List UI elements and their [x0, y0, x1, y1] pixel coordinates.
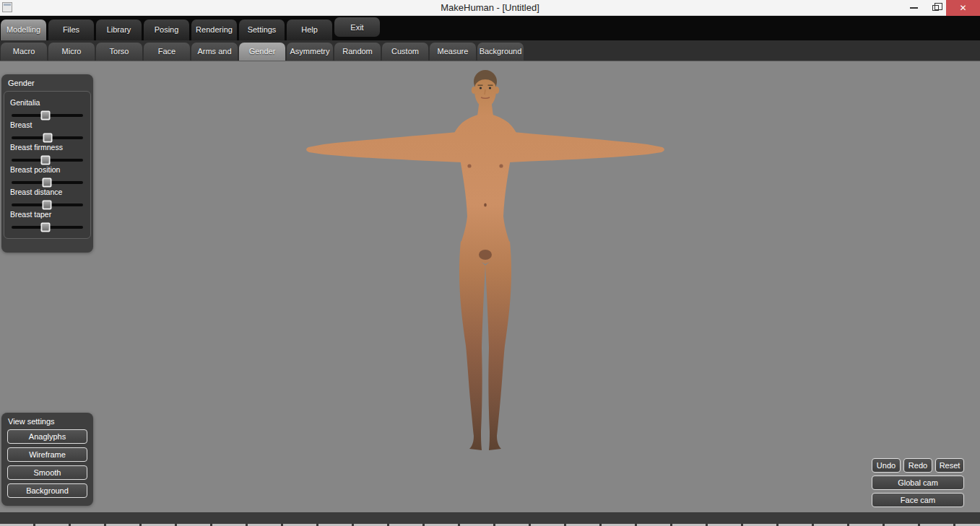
slider-breast: Breast: [10, 120, 84, 139]
face-cam-button[interactable]: Face cam: [872, 493, 964, 507]
gender-sliders-group: Genitalia Breast Breast firmness: [4, 91, 91, 239]
slider-breast-firmness: Breast firmness: [10, 143, 84, 162]
restore-icon: [932, 5, 939, 11]
category-tab-macro[interactable]: Macro: [1, 43, 47, 61]
category-tab-torso[interactable]: Torso: [96, 43, 142, 61]
titlebar: MakeHuman - [Untitled] ✕: [0, 0, 980, 16]
slider-track-breast-position[interactable]: [12, 181, 83, 184]
menu-tab-posing[interactable]: Posing: [144, 19, 189, 40]
slider-genitalia: Genitalia: [10, 98, 84, 117]
slider-breast-taper: Breast taper: [10, 210, 84, 229]
slider-label-breast-firmness: Breast firmness: [10, 143, 84, 152]
category-tab-face[interactable]: Face: [144, 43, 190, 61]
slider-track-breast-taper[interactable]: [12, 226, 83, 229]
background-button[interactable]: Background: [7, 483, 87, 498]
category-tab-random[interactable]: Random: [334, 43, 381, 61]
slider-label-breast: Breast: [10, 120, 84, 129]
makehuman-window: MakeHuman - [Untitled] ✕ Modelling Files…: [0, 0, 980, 526]
global-cam-button[interactable]: Global cam: [872, 475, 964, 490]
main-menu-tabbar: Modelling Files Library Posing Rendering…: [0, 16, 980, 40]
viewport-3d[interactable]: Gender Genitalia Breast Breast firmness: [0, 62, 980, 512]
wireframe-button[interactable]: Wireframe: [7, 447, 87, 462]
gender-panel: Gender Genitalia Breast Breast firmness: [1, 74, 93, 253]
undo-button[interactable]: Undo: [872, 458, 901, 473]
view-settings-title: View settings: [1, 413, 93, 429]
slider-track-breast-distance[interactable]: [12, 203, 83, 206]
slider-handle-genitalia[interactable]: [40, 111, 50, 120]
smooth-button[interactable]: Smooth: [7, 465, 87, 480]
close-button[interactable]: ✕: [946, 0, 980, 16]
slider-breast-distance: Breast distance: [10, 188, 84, 206]
minimize-icon: [910, 7, 918, 9]
history-button-row: Undo Redo Reset: [872, 458, 964, 473]
restore-button[interactable]: [924, 0, 946, 16]
minimize-button[interactable]: [903, 0, 924, 16]
slider-breast-position: Breast position: [10, 165, 84, 184]
category-tab-arms-and-legs[interactable]: Arms and Legs: [191, 43, 238, 61]
menu-tab-modelling[interactable]: Modelling: [1, 19, 46, 40]
menu-tab-library[interactable]: Library: [96, 19, 142, 40]
window-title: MakeHuman - [Untitled]: [0, 0, 980, 16]
slider-handle-breast-firmness[interactable]: [40, 156, 50, 165]
anaglyphs-button[interactable]: Anaglyphs: [7, 429, 87, 444]
slider-handle-breast-distance[interactable]: [42, 201, 51, 210]
slider-label-breast-position: Breast position: [10, 165, 84, 174]
menu-tab-settings[interactable]: Settings: [239, 19, 285, 40]
model-body: [306, 70, 664, 450]
menu-tab-help[interactable]: Help: [287, 19, 332, 40]
slider-label-genitalia: Genitalia: [10, 98, 84, 107]
window-controls: ✕: [903, 0, 980, 16]
view-settings-panel: View settings Anaglyphs Wireframe Smooth…: [1, 413, 93, 506]
slider-handle-breast[interactable]: [43, 133, 52, 143]
close-icon: ✕: [959, 3, 966, 13]
slider-track-breast-firmness[interactable]: [12, 159, 83, 162]
category-tab-measure[interactable]: Measure: [430, 43, 476, 61]
category-tab-asymmetry[interactable]: Asymmetry: [287, 43, 333, 61]
viewport-controls: Undo Redo Reset Global cam Face cam: [872, 458, 964, 507]
menu-tab-rendering[interactable]: Rendering: [191, 19, 237, 40]
category-tab-micro[interactable]: Micro: [48, 43, 95, 61]
menu-tab-exit[interactable]: Exit: [334, 17, 380, 37]
human-model[interactable]: [0, 62, 980, 512]
menu-tab-files[interactable]: Files: [48, 19, 94, 40]
slider-handle-breast-position[interactable]: [42, 178, 51, 188]
slider-handle-breast-taper[interactable]: [40, 223, 50, 232]
bottom-bar: [0, 512, 980, 526]
slider-label-breast-taper: Breast taper: [10, 210, 84, 219]
category-tabbar: Macro Micro Torso Face Arms and Legs Gen…: [0, 40, 980, 61]
category-tab-custom[interactable]: Custom: [382, 43, 428, 61]
slider-track-genitalia[interactable]: [12, 114, 83, 117]
reset-button[interactable]: Reset: [935, 458, 964, 473]
slider-track-breast[interactable]: [12, 136, 83, 139]
category-tab-background[interactable]: Background: [477, 43, 524, 61]
redo-button[interactable]: Redo: [903, 458, 932, 473]
slider-label-breast-distance: Breast distance: [10, 188, 84, 196]
gender-panel-title: Gender: [1, 74, 93, 91]
category-tab-gender[interactable]: Gender: [239, 43, 285, 61]
